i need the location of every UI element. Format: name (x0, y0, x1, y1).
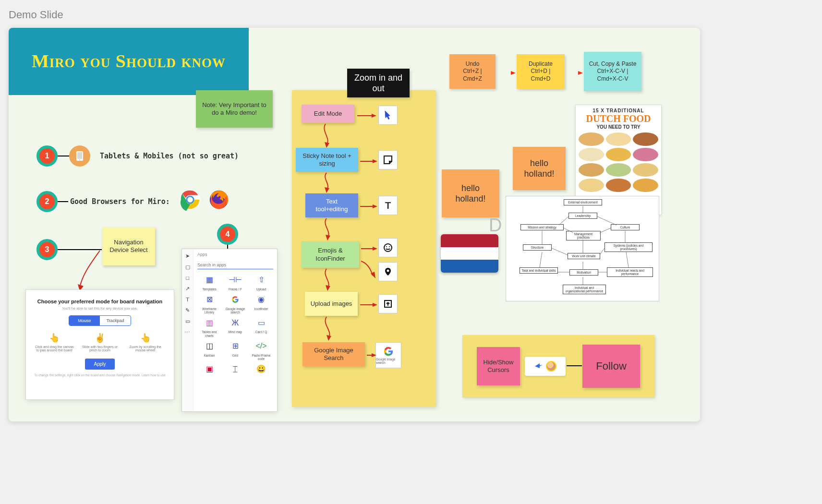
holland-sticky-a[interactable]: hello holland! (442, 169, 499, 217)
svg-line-40 (597, 216, 616, 225)
gesture-1: 👆Click and drag the canvas to pan around… (34, 333, 75, 352)
cursor-icon[interactable]: ➤ (185, 253, 190, 259)
note-sticky[interactable]: Note: Very Important to do a Miro demo! (196, 90, 273, 128)
title-banner: Miro you Should know (9, 28, 249, 95)
placeholder-letter: D (489, 215, 502, 236)
apps-side-tools[interactable]: ➤ ▢ □ ↗ T ✎ ▭ ⋯ (182, 249, 193, 411)
gesture-3: 👆Zoom by scrolling the mouse wheel (125, 333, 166, 352)
app-iframe[interactable]: </>Paste iFrame code (249, 339, 273, 360)
svg-marker-37 (578, 71, 583, 75)
apps-panel[interactable]: ➤ ▢ □ ↗ T ✎ ▭ ⋯ Apps ▦Templates ⊣⊢Frame … (181, 249, 278, 412)
page-title: Demo Slide (9, 9, 813, 21)
svg-point-2 (79, 159, 80, 160)
cursor-avatar-chip[interactable] (525, 357, 566, 376)
gesture-2: ✌️Slide with two fingers or pinch to zoo… (79, 333, 120, 352)
line-tool-icon[interactable]: ↗ (185, 286, 190, 292)
netherlands-flag[interactable] (441, 234, 498, 273)
app-kanban[interactable]: ◫Kanban (197, 339, 221, 360)
pen-tool-icon[interactable]: ✎ (185, 307, 190, 313)
google-icon-box: Google image search (375, 342, 401, 368)
more-tools-icon[interactable]: ⋯ (185, 329, 190, 336)
smile-icon-box (378, 238, 398, 257)
app-wireframe[interactable]: ⊠Wireframe Library (197, 293, 221, 314)
tablet-icon (69, 145, 90, 167)
chrome-icon (179, 189, 201, 211)
nav-mode-mouse[interactable]: Mouse (69, 316, 100, 325)
svg-marker-35 (511, 71, 516, 75)
svg-line-44 (600, 228, 611, 233)
nav-mode-toggle[interactable]: Mouse Trackpad (69, 315, 131, 326)
svg-point-12 (384, 244, 392, 252)
nav-device-sticky[interactable]: Navigation Device Select (102, 227, 155, 265)
text-icon-box: T (378, 196, 398, 215)
sticky-icon-box (378, 150, 398, 169)
svg-line-39 (559, 216, 568, 225)
apps-grid: ▦Templates ⊣⊢Frame / F ⇧Upload ⊠Wirefram… (197, 273, 273, 377)
tool-upload-sticky[interactable]: Upload images (305, 292, 358, 316)
shortcut-duplicate[interactable]: Duplicate Ctrl+D | Cmd+D (517, 54, 565, 89)
tool-emoji-sticky[interactable]: Emojis & IconFinder (302, 241, 359, 268)
svg-point-13 (386, 246, 387, 247)
apps-heading: Apps (197, 252, 273, 257)
app-google-image[interactable]: Google image search (223, 293, 247, 314)
shortcut-undo[interactable]: Undo Ctrl+Z | Cmd+Z (449, 54, 496, 89)
app-frame[interactable]: ⊣⊢Frame / F (223, 273, 247, 291)
tool-google-sticky[interactable]: Google Image Search (302, 342, 365, 366)
app-iconfinder[interactable]: ◉Iconfinder (249, 293, 273, 314)
avatar-icon (546, 361, 556, 372)
badge-4: 4 (217, 224, 238, 245)
app-emoji[interactable]: 😀 (249, 362, 273, 377)
nav-dialog-title: Choose your preferred mode for board nav… (32, 299, 168, 304)
hide-cursors-sticky[interactable]: Hide/Show Cursors (477, 347, 520, 385)
nav-dialog-subtitle: You'll be able to set this for any devic… (32, 306, 168, 311)
svg-line-49 (626, 252, 629, 267)
svg-point-7 (187, 197, 193, 203)
cursor-glyph-icon (534, 363, 543, 370)
holland-sticky-b[interactable]: hello holland! (513, 147, 566, 190)
tool-text-sticky[interactable]: Text tool+editing (305, 193, 358, 217)
slide-canvas: Miro you Should know Note: Very Importan… (9, 28, 700, 421)
app-more-1[interactable]: ▣ (197, 362, 221, 377)
svg-line-46 (600, 248, 604, 255)
app-tables[interactable]: ▥Tables and charts (197, 316, 221, 337)
tool-sticky-sticky[interactable]: Sticky Note tool + sizing (296, 148, 358, 172)
follow-sticky[interactable]: Follow (582, 345, 640, 388)
svg-line-43 (564, 228, 573, 233)
food-grid (579, 132, 658, 192)
svg-point-14 (389, 246, 390, 247)
badge-1: 1 (36, 145, 58, 167)
svg-rect-1 (77, 152, 82, 159)
firefox-icon (208, 189, 230, 211)
nav-dialog-footer: To change the settings, right click on t… (32, 373, 168, 377)
sticky-tool-icon[interactable]: ▢ (185, 264, 190, 270)
dutch-line2: DUTCH FOOD (579, 113, 658, 124)
badge-2: 2 (36, 191, 58, 212)
app-card[interactable]: ▭Card / Q (249, 316, 273, 337)
zoom-header-sticky[interactable]: Zoom in and out (347, 69, 410, 97)
iconfinder-icon-box (378, 262, 398, 281)
app-templates[interactable]: ▦Templates (197, 273, 221, 291)
nav-mode-dialog[interactable]: Choose your preferred mode for board nav… (25, 289, 174, 400)
comment-tool-icon[interactable]: ▭ (185, 318, 190, 324)
nav-mode-trackpad[interactable]: Trackpad (100, 316, 131, 325)
point-1-text: Tablets & Mobiles (not so great) (100, 152, 239, 160)
svg-point-15 (387, 270, 389, 272)
cursor-icon-box (378, 106, 398, 125)
svg-line-48 (540, 252, 542, 267)
app-upload[interactable]: ⇧Upload (249, 273, 273, 291)
app-grid[interactable]: ⊞Grid (223, 339, 247, 360)
nav-apply-button[interactable]: Apply (85, 359, 114, 370)
shape-tool-icon[interactable]: □ (186, 275, 189, 281)
dutch-line1: 15 X TRADITIONAL (579, 108, 658, 113)
point-2-text: Good Browsers for Miro: (70, 197, 170, 206)
app-mindmap[interactable]: ЖMind map (223, 316, 247, 337)
app-more-2[interactable]: ⌶ (223, 362, 247, 377)
badge-3: 3 (36, 239, 58, 260)
shortcut-cutcopy[interactable]: Cut, Copy & Paste Ctrl+X-C-V | Cmd+X-C-V (584, 52, 641, 91)
svg-line-45 (552, 248, 568, 255)
text-tool-icon[interactable]: T (186, 297, 189, 302)
apps-search-input[interactable] (197, 261, 273, 269)
title-text: Miro you Should know (32, 51, 226, 72)
tool-editmode-sticky[interactable]: Edit Mode (302, 105, 354, 123)
org-diagram[interactable]: External environment Leadership Mission … (506, 196, 659, 301)
